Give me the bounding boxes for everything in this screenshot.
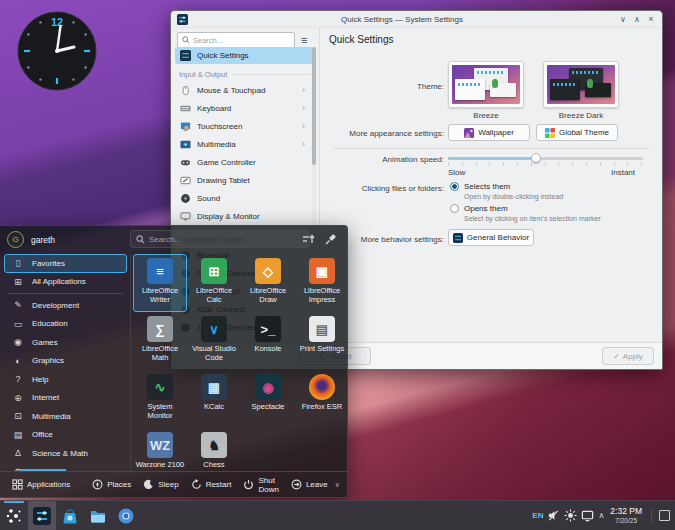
app-item[interactable]: ∿ System Monitor — [133, 370, 187, 428]
apply-button[interactable]: ✓ Apply — [602, 347, 654, 365]
quick-settings-icon — [180, 50, 191, 61]
tray-expand-icon[interactable]: ∧ — [598, 511, 604, 520]
volume-muted-icon[interactable] — [547, 509, 560, 522]
taskbar-chromium[interactable] — [112, 501, 140, 530]
pin-icon[interactable] — [324, 233, 337, 246]
category-item[interactable]: ✎ Development — [4, 296, 127, 315]
brightness-icon[interactable] — [564, 509, 577, 522]
close-icon[interactable]: × — [644, 14, 658, 24]
applications-grid-icon — [12, 479, 23, 490]
wallpaper-icon — [464, 128, 474, 138]
app-icon: ♞ — [201, 432, 227, 458]
category-item[interactable]: ⊕ Internet — [4, 389, 127, 408]
app-item[interactable]: ⊞ LibreOffice Calc — [187, 254, 241, 312]
radio-selects-them[interactable]: Selects them — [450, 182, 510, 191]
app-item[interactable]: ▦ KCalc — [187, 370, 241, 428]
taskbar-discover[interactable] — [56, 501, 84, 530]
app-item[interactable]: ◉ Spectacle — [241, 370, 295, 428]
username: gareth — [31, 235, 55, 245]
app-launcher-button[interactable] — [0, 501, 28, 530]
category-icon: ⊡ — [12, 411, 24, 421]
app-item[interactable]: ∑ LibreOffice Math — [133, 312, 187, 370]
category-icon: ? — [12, 374, 24, 384]
places-tab[interactable]: Places — [92, 479, 131, 490]
digital-clock[interactable]: 2:32 PM 7/20/25 — [610, 507, 642, 525]
category-icon: ◉ — [12, 337, 24, 347]
category-scroll-indicator — [20, 469, 66, 471]
hamburger-menu-icon[interactable]: ≡ — [301, 33, 307, 47]
tray-separator — [651, 508, 652, 524]
sort-configure-icon[interactable] — [302, 233, 315, 246]
category-item[interactable]: ▭ Education — [4, 315, 127, 334]
launcher-search-field[interactable] — [130, 230, 310, 248]
maximize-icon[interactable]: ∧ — [630, 15, 644, 24]
radio-selects-subtext: Open by double-clicking instead — [464, 193, 563, 200]
app-icon: ⊞ — [201, 258, 227, 284]
category-item[interactable]: ◉ Games — [4, 333, 127, 352]
sidebar-item-display-monitor[interactable]: Display & Monitor — [171, 207, 319, 225]
leave-button[interactable]: Leave ∨ — [291, 476, 340, 494]
system-tray: EN ∧ 2:32 PM 7/20/25 — [532, 507, 675, 525]
user-avatar[interactable]: G — [7, 231, 24, 248]
chevron-right-icon: › — [302, 103, 305, 113]
taskbar-dolphin[interactable] — [84, 501, 112, 530]
wallpaper-button[interactable]: Wallpaper — [448, 124, 530, 141]
app-item[interactable]: ≡ LibreOffice Writer — [133, 254, 187, 312]
compass-icon — [92, 479, 103, 490]
launcher-header: G gareth — [0, 226, 347, 253]
app-item[interactable]: ◇ LibreOffice Draw — [241, 254, 295, 312]
category-item[interactable]: ∆ Science & Math — [4, 444, 127, 463]
show-desktop-widget[interactable] — [659, 510, 670, 521]
category-item[interactable]: ⊞ All Applications — [4, 273, 127, 292]
theme-option-breeze[interactable]: Breeze — [448, 61, 524, 120]
app-item[interactable]: >_ Konsole — [241, 312, 295, 370]
category-divider — [8, 293, 123, 294]
animation-speed-slider[interactable] — [448, 152, 643, 166]
radio-button-checked[interactable] — [450, 182, 459, 191]
theme-name: Breeze Dark — [543, 111, 619, 120]
app-icon: ▦ — [201, 374, 227, 400]
app-icon: ≡ — [147, 258, 173, 284]
instant-label: Instant — [611, 168, 635, 177]
app-item[interactable]: ▣ LibreOffice Impress — [295, 254, 349, 312]
sidebar-item-quick-settings[interactable]: Quick Settings — [175, 47, 313, 64]
app-icon: ▤ — [309, 316, 335, 342]
global-theme-button[interactable]: Global Theme — [536, 124, 618, 141]
sidebar-item-keyboard[interactable]: Keyboard › — [171, 99, 319, 117]
sidebar-item-label: Quick Settings — [197, 51, 249, 60]
radio-button[interactable] — [450, 204, 459, 213]
app-item[interactable]: ▤ Print Settings — [295, 312, 349, 370]
restart-button[interactable]: Restart — [191, 476, 232, 494]
analog-clock-widget: 12 — [16, 10, 98, 92]
launcher-search-input[interactable] — [149, 235, 289, 244]
chevron-down-icon: ∨ — [335, 481, 340, 489]
display-tray-icon[interactable] — [581, 509, 594, 522]
sleep-button[interactable]: Sleep — [143, 476, 178, 494]
general-behavior-button[interactable]: General Behavior — [448, 229, 534, 246]
category-item[interactable]: ▤ Office — [4, 426, 127, 445]
category-item[interactable]: ? Help — [4, 370, 127, 389]
titlebar[interactable]: Quick Settings — System Settings ∨ ∧ × — [171, 11, 662, 28]
applications-tab[interactable]: Applications — [12, 479, 70, 490]
launcher-divider — [130, 254, 131, 471]
app-icon: WZ — [147, 432, 173, 458]
category-item[interactable]: ◐ Graphics — [4, 352, 127, 371]
keyboard-layout-indicator[interactable]: EN — [532, 511, 543, 520]
chromium-icon — [117, 507, 135, 525]
app-item[interactable]: Firefox ESR — [295, 370, 349, 428]
section-input-output: Input & Output — [179, 70, 311, 79]
taskbar-system-settings[interactable] — [28, 501, 56, 530]
app-icon — [309, 374, 335, 400]
app-item[interactable]: ∨ Visual Studio Code — [187, 312, 241, 370]
category-item[interactable]: ⊡ Multimedia — [4, 407, 127, 426]
shutdown-button[interactable]: Shut Down — [243, 476, 278, 494]
slider-handle[interactable] — [531, 153, 541, 163]
minimize-icon[interactable]: ∨ — [616, 15, 630, 24]
taskbar-panel: EN ∧ 2:32 PM 7/20/25 — [0, 500, 675, 530]
settings-search-field[interactable] — [177, 32, 295, 48]
app-launcher-menu: G gareth — [0, 225, 348, 498]
radio-opens-them[interactable]: Opens them — [450, 204, 508, 213]
settings-search-input[interactable] — [193, 36, 283, 45]
theme-option-breeze-dark[interactable]: Breeze Dark — [543, 61, 619, 120]
category-item[interactable]: ▯ Favorites — [4, 254, 127, 273]
